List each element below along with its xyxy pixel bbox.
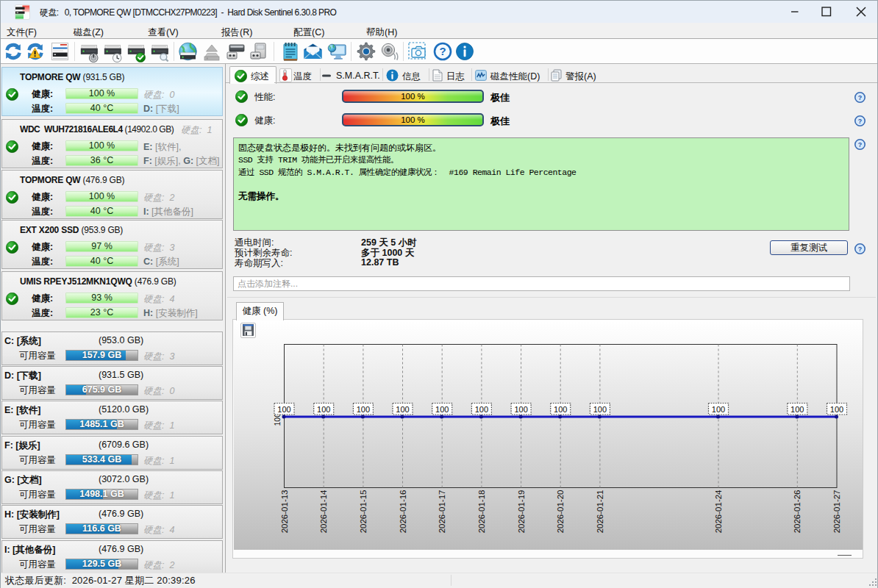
svg-text:100: 100 [830, 405, 843, 414]
svg-text:?: ? [858, 245, 862, 253]
svg-text:2026-01-26: 2026-01-26 [793, 490, 802, 534]
svg-text:2026-01-19: 2026-01-19 [517, 490, 526, 534]
svg-text:2026-01-18: 2026-01-18 [477, 490, 486, 534]
svg-text:100: 100 [317, 405, 330, 414]
svg-text:2026-01-21: 2026-01-21 [596, 490, 604, 534]
svg-text:100: 100 [593, 405, 607, 414]
svg-text:100: 100 [435, 405, 449, 414]
svg-text:2026-01-27: 2026-01-27 [832, 490, 841, 534]
svg-text:?: ? [858, 94, 862, 101]
svg-text:100: 100 [514, 405, 527, 414]
svg-text:2026-01-14: 2026-01-14 [319, 490, 328, 533]
svg-text:100: 100 [475, 405, 488, 414]
svg-text:100: 100 [790, 405, 804, 414]
svg-text:100: 100 [712, 405, 725, 414]
svg-text:?: ? [858, 141, 862, 148]
svg-text:2026-01-17: 2026-01-17 [438, 490, 446, 534]
svg-text:?: ? [439, 45, 446, 57]
svg-text:2026-01-24: 2026-01-24 [714, 490, 723, 533]
svg-text:100: 100 [396, 405, 409, 414]
svg-text:2026-01-15: 2026-01-15 [359, 490, 368, 534]
svg-text:2026-01-20: 2026-01-20 [556, 490, 565, 534]
svg-text:2026-01-16: 2026-01-16 [399, 490, 407, 534]
svg-text:100: 100 [357, 405, 370, 414]
svg-text:100: 100 [554, 405, 567, 414]
svg-text:100: 100 [277, 405, 290, 414]
svg-text:2026-01-13: 2026-01-13 [280, 490, 289, 534]
svg-text:?: ? [858, 118, 862, 125]
